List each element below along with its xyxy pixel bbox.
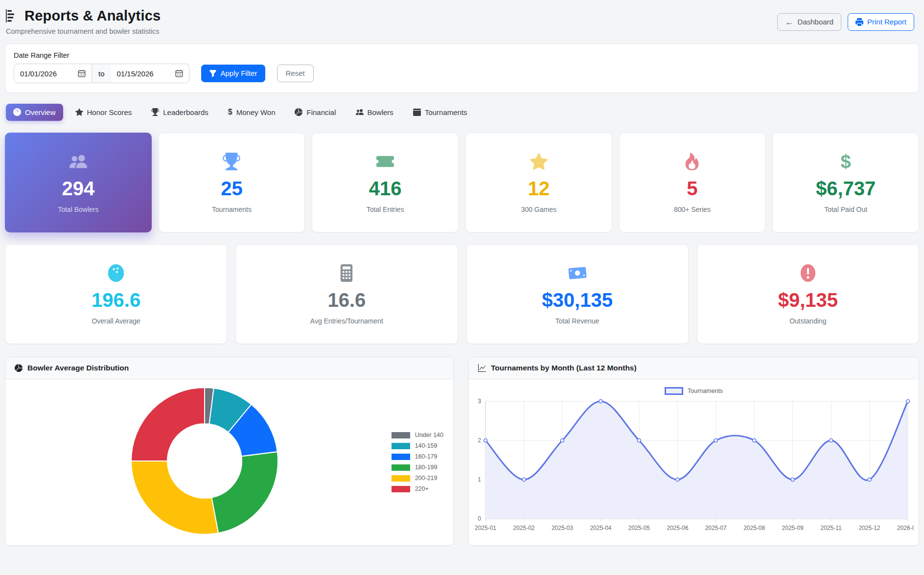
money-bill-icon: [569, 263, 586, 283]
data-point[interactable]: [753, 439, 756, 442]
stat-value: 294: [62, 179, 94, 198]
x-axis-tick-label: 2025-12: [858, 525, 880, 531]
calendar-icon: [413, 108, 421, 116]
y-axis-tick-label: 2: [478, 437, 481, 444]
printer-icon: [855, 18, 863, 26]
y-axis-tick-label: 3: [478, 398, 481, 405]
x-axis-tick-label: 2025-11: [821, 525, 842, 531]
trophy-icon: [151, 108, 159, 116]
donut-chart-body: Under 140140-159160-179180-199200-219220…: [5, 379, 453, 545]
x-axis-tick-label: 2025-08: [743, 525, 765, 531]
dashboard-button[interactable]: ← Dashboard: [777, 13, 841, 31]
stat-card-300-games: 12 300 Games: [465, 133, 612, 232]
reset-button[interactable]: Reset: [277, 65, 314, 82]
legend-swatch: [392, 454, 410, 460]
stat-value: 12: [528, 179, 550, 198]
data-point[interactable]: [676, 478, 679, 482]
legend-label: Under 140: [415, 432, 443, 438]
legend-swatch: [392, 464, 410, 471]
calendar-icon[interactable]: [175, 69, 183, 77]
start-date-field[interactable]: [14, 64, 92, 83]
stat-value: 16.6: [327, 290, 366, 310]
tab-honor-scores[interactable]: Honor Scores: [68, 104, 139, 121]
filter-label: Date Range Filter: [14, 51, 910, 59]
x-axis-tick-label: 2025-01: [475, 525, 496, 531]
stat-label: Total Entries: [367, 206, 404, 213]
page-header: Reports & Analytics Comprehensive tourna…: [5, 7, 919, 35]
tab-financial[interactable]: Financial: [287, 104, 343, 121]
tab-bowlers[interactable]: Bowlers: [348, 104, 401, 121]
stat-card-avg-entries: 16.6 Avg Entries/Tournament: [235, 244, 458, 344]
data-point[interactable]: [714, 439, 717, 442]
pie-chart-icon: [15, 364, 23, 372]
star-icon: [530, 152, 548, 171]
donut-segment[interactable]: [131, 388, 205, 461]
funnel-icon: [209, 69, 217, 77]
line-chart-legend[interactable]: Tournaments: [469, 379, 919, 395]
tab-overview[interactable]: Overview: [6, 104, 63, 121]
legend-label: 200-219: [415, 475, 438, 482]
data-point[interactable]: [522, 478, 526, 482]
donut-chart: [129, 386, 280, 538]
stat-value: 5: [687, 179, 697, 198]
apply-filter-button[interactable]: Apply Filter: [201, 65, 265, 82]
calculator-icon: [338, 263, 355, 283]
data-point[interactable]: [830, 439, 833, 442]
print-report-button[interactable]: Print Report: [848, 13, 914, 31]
line-chart-title: Tournaments by Month (Last 12 Months): [491, 364, 637, 372]
legend-label: 180-199: [415, 464, 438, 471]
line-chart-header: Tournaments by Month (Last 12 Months): [469, 357, 919, 379]
stats-row-2: 196.6 Overall Average 16.6 Avg Entries/T…: [5, 244, 919, 344]
line-legend-label: Tournaments: [688, 388, 723, 394]
stat-card-800-series: 5 800+ Series: [619, 133, 766, 232]
stat-label: Tournaments: [212, 206, 252, 213]
star-icon: [75, 108, 83, 116]
pie-chart-icon: [295, 108, 302, 116]
data-point[interactable]: [599, 400, 602, 403]
legend-item[interactable]: 220+: [392, 485, 443, 492]
donut-segment[interactable]: [211, 452, 278, 533]
tab-tournaments[interactable]: Tournaments: [406, 104, 475, 121]
stat-label: Total Revenue: [555, 317, 600, 325]
end-date-field[interactable]: [111, 64, 189, 83]
legend-item[interactable]: 180-199: [392, 464, 443, 471]
x-axis-tick-label: 2025-02: [513, 525, 534, 531]
stat-label: Total Bowlers: [58, 206, 98, 213]
date-range-input-group: to: [14, 64, 189, 83]
date-range-to-label: to: [92, 64, 111, 83]
tab-leaderboards[interactable]: Leaderboards: [144, 104, 216, 121]
tab-money-won[interactable]: $ Money Won: [221, 103, 283, 121]
x-axis-tick-label: 2025-04: [590, 525, 611, 531]
stat-value: $9,135: [778, 290, 838, 310]
start-date-input[interactable]: [20, 69, 69, 78]
header-actions: ← Dashboard Print Report: [777, 13, 914, 31]
stat-label: Avg Entries/Tournament: [310, 317, 383, 325]
donut-chart-title: Bowler Average Distribution: [27, 364, 129, 372]
legend-item[interactable]: Under 140: [392, 432, 443, 438]
legend-item[interactable]: 140-159: [392, 442, 443, 449]
bar-chart-icon: [6, 9, 19, 23]
donut-chart-header: Bowler Average Distribution: [5, 357, 453, 379]
report-tabs: Overview Honor Scores Leaderboards $ Mon…: [5, 103, 919, 121]
reports-analytics-page: Reports & Analytics Comprehensive tourna…: [0, 0, 924, 546]
data-point[interactable]: [484, 439, 487, 442]
data-point[interactable]: [560, 439, 564, 442]
charts-row: Bowler Average Distribution Under 140140…: [5, 357, 919, 546]
donut-legend: Under 140140-159160-179180-199200-219220…: [392, 432, 443, 492]
end-date-input[interactable]: [117, 69, 166, 78]
donut-segment[interactable]: [131, 461, 218, 534]
data-point[interactable]: [906, 400, 910, 403]
data-point[interactable]: [791, 478, 794, 482]
legend-item[interactable]: 200-219: [392, 475, 443, 482]
x-axis-tick-label: 2025-03: [552, 525, 573, 531]
calendar-icon[interactable]: [78, 69, 86, 77]
data-point[interactable]: [637, 439, 641, 442]
data-point[interactable]: [868, 478, 871, 482]
line-area: [485, 401, 908, 519]
legend-item[interactable]: 160-179: [392, 453, 443, 460]
y-axis-tick-label: 0: [478, 515, 481, 522]
stat-card-overall-average: 196.6 Overall Average: [5, 244, 227, 344]
stat-label: Outstanding: [789, 317, 827, 325]
x-axis-tick-label: 2025-07: [705, 525, 727, 531]
bowling-ball-icon: [13, 108, 21, 116]
